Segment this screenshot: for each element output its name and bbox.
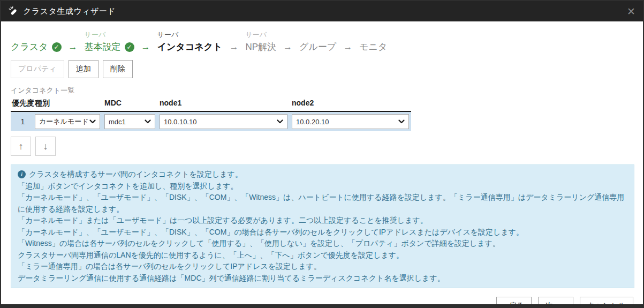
node1-select[interactable]: 10.0.10.10 <box>160 114 287 129</box>
property-button[interactable]: プロパティ <box>11 60 64 78</box>
header-node1: node1 <box>160 99 292 108</box>
step-label: クラスタ <box>11 41 48 54</box>
step-label: インタコネクト <box>157 41 223 54</box>
wand-icon <box>9 6 18 16</box>
close-icon[interactable]: ✕ <box>627 6 635 17</box>
info-line: データミラーリング通信に使用する通信経路は「MDC」列で通信経路に割り当てるミラ… <box>18 273 627 284</box>
priority-order-controls: ↑ ↓ <box>11 137 633 156</box>
info-line: 「Witness」の場合は各サーバ列のセルをクリックして「使用する」、「使用しな… <box>18 238 627 250</box>
back-button[interactable]: ◀戻る <box>496 297 532 308</box>
chevron-down-icon <box>89 119 96 124</box>
step-arrow-wrap: → <box>336 30 359 54</box>
table-row: 1 カーネルモード mdc1 10.0.10.10 <box>11 112 411 131</box>
down-arrow-icon: ↓ <box>43 141 48 152</box>
step-group: グループ <box>299 30 336 54</box>
table-header-row: 優先度 種別 MDC node1 node2 <box>11 99 411 112</box>
add-button[interactable]: 追加 <box>69 60 99 78</box>
chevron-down-icon <box>277 119 283 124</box>
next-button[interactable]: 次へ▶ <box>538 297 573 308</box>
step-sublabel: サーバ <box>157 30 223 41</box>
type-select[interactable]: カーネルモード <box>35 114 100 129</box>
header-type: 種別 <box>35 99 104 108</box>
window-title: クラスタ生成ウィザード <box>23 6 116 17</box>
arrow-icon: → <box>134 41 157 54</box>
step-sublabel: サーバ <box>245 30 276 41</box>
move-down-button[interactable]: ↓ <box>35 137 56 156</box>
back-triangle-icon: ◀ <box>504 303 507 308</box>
delete-button[interactable]: 削除 <box>103 60 133 78</box>
step-cluster: クラスタ✓ <box>11 30 62 54</box>
interconnect-list-title: インタコネクト一覧 <box>11 86 633 95</box>
info-line: 「追加」ボタンでインタコネクトを追加し、種別を選択します。 <box>18 181 627 192</box>
info-line: クラスタサーバ間専用通信のLANを優先的に使用するように、「上へ」、「下へ」ボタ… <box>18 250 627 261</box>
step-label: 基本設定 <box>85 41 121 54</box>
node2-select[interactable]: 10.0.20.10 <box>292 114 409 129</box>
cancel-button[interactable]: キャンセル <box>580 297 633 308</box>
arrow-icon: → <box>336 41 359 54</box>
step-arrow-wrap: → <box>222 30 245 54</box>
up-arrow-icon: ↑ <box>19 141 24 152</box>
step-np-resolution: サーバ NP解決 <box>245 30 276 54</box>
info-icon: i <box>18 170 26 178</box>
info-line: 「ミラー通信専用」の場合は各サーバ列のセルをクリックしてIPアドレスを設定します… <box>18 261 627 273</box>
footer-buttons: ◀戻る 次へ▶ キャンセル <box>11 297 633 308</box>
step-label: NP解決 <box>245 41 276 54</box>
info-line: i クラスタを構成するサーバ間のインタコネクトを設定します。 <box>18 169 627 181</box>
arrow-icon: → <box>222 41 245 54</box>
step-basic-settings: サーバ 基本設定✓ <box>85 30 134 54</box>
priority-value: 1 <box>11 117 35 126</box>
check-icon: ✓ <box>125 42 134 52</box>
step-interconnect: サーバ インタコネクト <box>157 30 223 54</box>
info-line: 「カーネルモード」、「ユーザモード」、「DISK」、「COM」、「Witness… <box>18 192 627 215</box>
step-label: グループ <box>299 41 336 54</box>
titlebar: クラスタ生成ウィザード ✕ <box>1 1 643 21</box>
info-line: 「カーネルモード」または「ユーザモード」は一つ以上設定する必要があります。二つ以… <box>18 215 627 227</box>
move-up-button[interactable]: ↑ <box>11 137 31 156</box>
arrow-icon: → <box>276 41 299 54</box>
chevron-down-icon <box>145 119 151 124</box>
step-arrow-wrap: → <box>134 30 157 54</box>
step-monitor: モニタ <box>359 30 387 54</box>
wizard-steps: クラスタ✓ → サーバ 基本設定✓ → サーバ インタコネクト → サーバ NP… <box>11 30 633 54</box>
header-priority: 優先度 <box>11 99 35 108</box>
mdc-select[interactable]: mdc1 <box>104 114 155 129</box>
step-sublabel <box>11 30 62 41</box>
step-arrow-wrap: → <box>62 30 85 54</box>
step-arrow-wrap: → <box>276 30 299 54</box>
info-panel: i クラスタを構成するサーバ間のインタコネクトを設定します。 「追加」ボタンでイ… <box>11 164 634 288</box>
header-mdc: MDC <box>104 99 160 108</box>
cluster-wizard-dialog: クラスタ生成ウィザード ✕ クラスタ✓ → サーバ 基本設定✓ → サーバ イン… <box>0 0 644 308</box>
chevron-down-icon <box>398 119 405 124</box>
header-node2: node2 <box>292 99 411 108</box>
next-triangle-icon: ▶ <box>562 303 566 308</box>
step-sublabel: サーバ <box>85 30 134 41</box>
arrow-icon: → <box>62 41 85 54</box>
check-icon: ✓ <box>52 42 62 52</box>
interconnect-table: 優先度 種別 MDC node1 node2 1 カーネルモード mdc1 <box>11 99 411 131</box>
step-label: モニタ <box>359 41 387 54</box>
toolbar: プロパティ 追加 削除 <box>11 60 633 78</box>
step-sublabel <box>299 30 336 41</box>
step-sublabel <box>359 30 387 41</box>
info-line: 「カーネルモード」、「ユーザモード」、「DISK」、「COM」の場合は各サーバ列… <box>18 227 627 238</box>
